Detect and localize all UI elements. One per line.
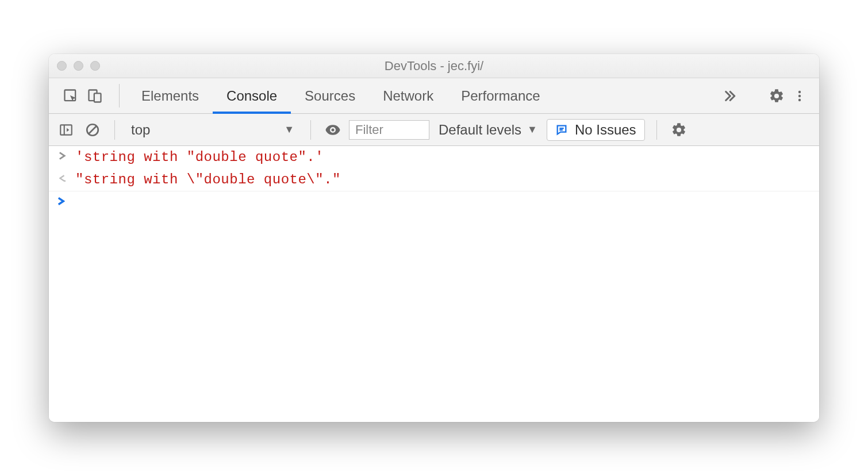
svg-point-3 (798, 90, 801, 93)
svg-point-5 (798, 98, 801, 101)
log-levels-select[interactable]: Default levels ▼ (435, 122, 541, 138)
tabs: Elements Console Sources Network Perform… (128, 78, 554, 113)
window-title: DevTools - jec.fyi/ (49, 59, 819, 74)
svg-marker-8 (67, 128, 69, 132)
close-icon[interactable] (57, 61, 67, 71)
inspect-element-icon[interactable] (60, 86, 81, 106)
output-marker-icon (57, 172, 67, 182)
chevron-down-icon: ▼ (284, 124, 294, 136)
separator (114, 120, 115, 140)
issues-label: No Issues (575, 122, 636, 138)
filter-input[interactable] (349, 120, 429, 140)
minimize-icon[interactable] (74, 61, 83, 71)
console-settings-icon[interactable] (669, 120, 689, 140)
tab-label: Console (226, 88, 277, 104)
console-prompt-row[interactable] (49, 191, 819, 211)
tab-console[interactable]: Console (213, 78, 291, 113)
clear-console-icon[interactable] (82, 120, 103, 140)
tab-sources[interactable]: Sources (291, 78, 369, 113)
titlebar: DevTools - jec.fyi/ (49, 54, 819, 78)
tab-label: Sources (305, 88, 355, 104)
svg-line-10 (89, 126, 97, 133)
toggle-device-toolbar-icon[interactable] (85, 86, 105, 106)
tab-network[interactable]: Network (369, 78, 447, 113)
tab-elements[interactable]: Elements (128, 78, 213, 113)
devtools-window: DevTools - jec.fyi/ Elements Console Sou… (49, 54, 819, 422)
svg-point-13 (64, 180, 66, 182)
kebab-menu-icon[interactable] (789, 86, 810, 106)
input-marker-icon (57, 149, 67, 160)
tabstrip: Elements Console Sources Network Perform… (49, 78, 819, 114)
svg-rect-2 (94, 93, 101, 102)
zoom-icon[interactable] (90, 61, 100, 71)
live-expression-icon[interactable] (322, 120, 343, 140)
issues-icon (555, 124, 568, 136)
separator (119, 84, 120, 108)
tab-label: Network (383, 88, 433, 104)
separator (310, 120, 311, 140)
separator (656, 120, 657, 140)
chevron-down-icon: ▼ (527, 124, 537, 136)
console-input-text: 'string with "double quote".' (75, 149, 324, 165)
levels-label: Default levels (439, 122, 521, 138)
traffic-lights (57, 61, 100, 71)
tab-performance[interactable]: Performance (447, 78, 554, 113)
console-toolbar: top ▼ Default levels ▼ No Issues (49, 114, 819, 146)
context-label: top (131, 122, 150, 138)
issues-button[interactable]: No Issues (547, 119, 645, 141)
console-input-row: 'string with "double quote".' (49, 146, 819, 168)
console-output-text: "string with \"double quote\"." (75, 172, 341, 187)
console-output-row: "string with \"double quote\"." (49, 168, 819, 191)
svg-point-4 (798, 94, 801, 97)
tab-label: Performance (461, 88, 540, 104)
tab-label: Elements (141, 88, 199, 104)
prompt-marker-icon (57, 197, 67, 205)
more-tabs-icon[interactable] (714, 87, 745, 105)
execution-context-select[interactable]: top ▼ (126, 121, 299, 139)
svg-rect-0 (65, 90, 76, 101)
settings-icon[interactable] (766, 86, 787, 106)
toggle-console-sidebar-icon[interactable] (56, 120, 76, 140)
console-body: 'string with "double quote".' "string wi… (49, 146, 819, 422)
svg-rect-6 (60, 125, 72, 135)
